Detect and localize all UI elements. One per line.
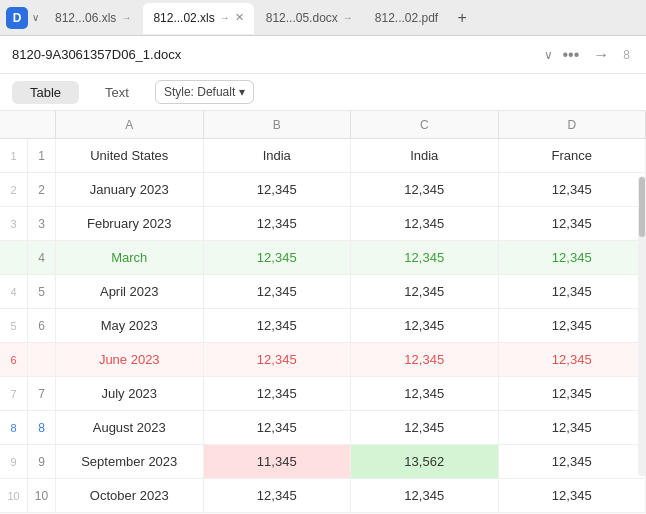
col-header-row: A B C D <box>0 111 646 139</box>
tab-pdf[interactable]: 812...02.pdf <box>365 3 448 33</box>
table-row-inserted: 4 March 12,345 12,345 12,345 <box>0 241 646 275</box>
row-index: 2 <box>0 173 28 206</box>
cell-c[interactable]: India <box>351 139 499 172</box>
table-row: 2 2 January 2023 12,345 12,345 12,345 <box>0 173 646 207</box>
cell-a[interactable]: October 2023 <box>56 479 204 512</box>
title-actions: ∨ ••• → 8 <box>544 44 635 66</box>
tab-text[interactable]: Text <box>87 81 147 104</box>
cell-b[interactable]: India <box>204 139 352 172</box>
cell-b[interactable]: 12,345 <box>204 241 352 274</box>
cell-b[interactable]: 12,345 <box>204 479 352 512</box>
row-index: 9 <box>0 445 28 478</box>
cell-b[interactable]: 12,345 <box>204 275 352 308</box>
cell-c[interactable]: 12,345 <box>351 207 499 240</box>
tab-dropdown-chevron[interactable]: ∨ <box>32 12 39 23</box>
cell-d[interactable]: 12,345 <box>499 275 647 308</box>
row-number: 10 <box>28 479 56 512</box>
col-header-a: A <box>56 111 204 138</box>
tab-docx[interactable]: 812...05.docx → <box>256 3 363 33</box>
tab-arrow-icon: → <box>343 12 353 23</box>
cell-c[interactable]: 12,345 <box>351 343 499 376</box>
row-index: 3 <box>0 207 28 240</box>
cell-a[interactable]: May 2023 <box>56 309 204 342</box>
cell-c[interactable]: 12,345 <box>351 377 499 410</box>
row-index: 1 <box>0 139 28 172</box>
row-number: 1 <box>28 139 56 172</box>
cell-b[interactable]: 12,345 <box>204 377 352 410</box>
cell-a[interactable]: July 2023 <box>56 377 204 410</box>
tab-arrow-icon: → <box>121 12 131 23</box>
cell-b[interactable]: 11,345 <box>204 445 352 478</box>
cell-d[interactable]: 12,345 <box>499 207 647 240</box>
cell-a[interactable]: February 2023 <box>56 207 204 240</box>
spreadsheet-area: A B C D 1 1 United States India India Fr… <box>0 111 646 514</box>
cell-a[interactable]: April 2023 <box>56 275 204 308</box>
cell-d[interactable]: 12,345 <box>499 479 647 512</box>
cell-d[interactable]: 12,345 <box>499 173 647 206</box>
tab-xls-2[interactable]: 812...02.xls → ✕ <box>143 3 253 33</box>
cell-d[interactable]: 12,345 <box>499 343 647 376</box>
table-row: 3 3 February 2023 12,345 12,345 12,345 <box>0 207 646 241</box>
more-options-button[interactable]: ••• <box>559 44 584 66</box>
cell-a[interactable]: United States <box>56 139 204 172</box>
cell-d[interactable]: France <box>499 139 647 172</box>
table-row: 9 9 September 2023 11,345 13,562 12,345 <box>0 445 646 479</box>
row-number: 5 <box>28 275 56 308</box>
table-row: 5 6 May 2023 12,345 12,345 12,345 <box>0 309 646 343</box>
col-header-d: D <box>499 111 647 138</box>
cell-c[interactable]: 12,345 <box>351 241 499 274</box>
cell-d[interactable]: 12,345 <box>499 411 647 444</box>
cell-a[interactable]: June 2023 <box>56 343 204 376</box>
row-index: 7 <box>0 377 28 410</box>
tab-xls-1[interactable]: 812...06.xls → <box>45 3 141 33</box>
cell-b[interactable]: 12,345 <box>204 173 352 206</box>
tab-table[interactable]: Table <box>12 81 79 104</box>
row-number: 2 <box>28 173 56 206</box>
cell-d[interactable]: 12,345 <box>499 377 647 410</box>
cell-d[interactable]: 12,345 <box>499 241 647 274</box>
row-number: 7 <box>28 377 56 410</box>
row-number: 9 <box>28 445 56 478</box>
cell-c[interactable]: 12,345 <box>351 479 499 512</box>
row-number: 3 <box>28 207 56 240</box>
cell-c[interactable]: 13,562 <box>351 445 499 478</box>
row-number: 4 <box>28 241 56 274</box>
tab-label: 812...06.xls <box>55 11 116 25</box>
cell-b[interactable]: 12,345 <box>204 411 352 444</box>
row-number: 6 <box>28 309 56 342</box>
cell-d[interactable]: 12,345 <box>499 445 647 478</box>
row-index: 10 <box>0 479 28 512</box>
row-index: 4 <box>0 275 28 308</box>
cell-c[interactable]: 12,345 <box>351 173 499 206</box>
tab-label: 812...05.docx <box>266 11 338 25</box>
cell-b[interactable]: 12,345 <box>204 207 352 240</box>
tab-close-icon[interactable]: ✕ <box>235 12 244 23</box>
scrollbar-thumb[interactable] <box>639 177 645 237</box>
forward-button[interactable]: → <box>589 44 613 66</box>
cell-b[interactable]: 12,345 <box>204 343 352 376</box>
cell-a[interactable]: March <box>56 241 204 274</box>
toolbar: Table Text Style: Defualt ▾ <box>0 74 646 111</box>
cell-c[interactable]: 12,345 <box>351 309 499 342</box>
table-row: 4 5 April 2023 12,345 12,345 12,345 <box>0 275 646 309</box>
title-chevron-icon[interactable]: ∨ <box>544 48 553 62</box>
col-header-b: B <box>204 111 352 138</box>
cell-c[interactable]: 12,345 <box>351 275 499 308</box>
table-row-deleted: 6 June 2023 12,345 12,345 12,345 <box>0 343 646 377</box>
cell-a[interactable]: January 2023 <box>56 173 204 206</box>
cell-d[interactable]: 12,345 <box>499 309 647 342</box>
add-tab-button[interactable]: + <box>450 6 474 30</box>
cell-a[interactable]: August 2023 <box>56 411 204 444</box>
cell-a[interactable]: September 2023 <box>56 445 204 478</box>
row-index: 6 <box>0 343 28 376</box>
scrollbar-track[interactable] <box>638 176 646 476</box>
table-row: 1 1 United States India India France <box>0 139 646 173</box>
cell-c[interactable]: 12,345 <box>351 411 499 444</box>
row-index <box>0 241 28 274</box>
cell-b[interactable]: 12,345 <box>204 309 352 342</box>
app-icon: D <box>6 7 28 29</box>
row-index: 5 <box>0 309 28 342</box>
table-row: 7 7 July 2023 12,345 12,345 12,345 <box>0 377 646 411</box>
style-dropdown[interactable]: Style: Defualt ▾ <box>155 80 254 104</box>
page-indicator: 8 <box>619 46 634 64</box>
